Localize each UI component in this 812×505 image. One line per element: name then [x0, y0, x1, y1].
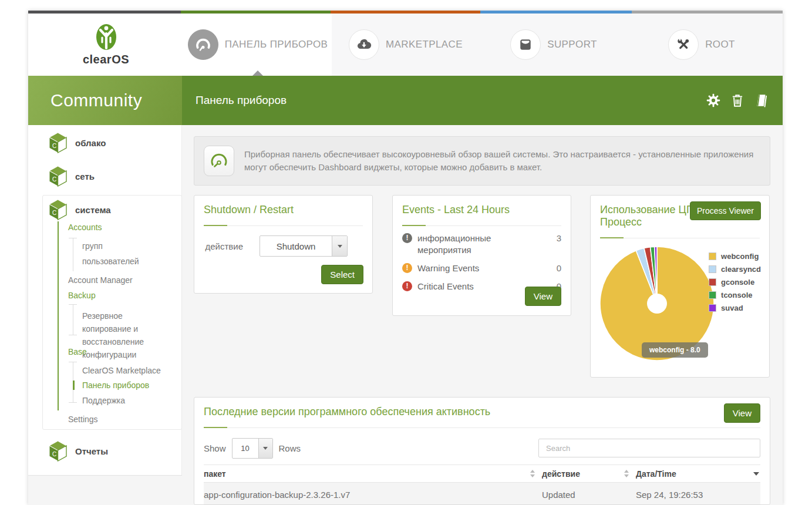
card-divider	[204, 225, 363, 226]
clearos-logo[interactable]: clearOS	[28, 14, 184, 76]
sidebar-link-base[interactable]: Base	[68, 347, 87, 356]
sidebar-link-groups[interactable]: групп	[82, 241, 103, 251]
sidebar-item-label: система	[75, 205, 111, 215]
shutdown-restart-card: Shutdown / Restart действие Shutdown Sel…	[194, 195, 373, 294]
action-select-value: Shutdown	[260, 236, 332, 256]
critical-icon: !	[402, 281, 412, 291]
trash-icon[interactable]	[730, 93, 745, 108]
content-layout: C облако C сеть C	[28, 125, 783, 505]
chevron-down-icon	[258, 439, 272, 458]
legend-item: suvad	[709, 304, 761, 312]
sidebar-link-config-backup[interactable]: Резервное копирование и восстановление к…	[82, 309, 173, 361]
sort-icon[interactable]	[624, 470, 629, 477]
card-title: Shutdown / Restart	[204, 204, 363, 216]
cpu-usage-card: Использование ЦП Процесс Process Viewer …	[590, 195, 770, 378]
software-activity-card: Последние версии программного обеспечени…	[194, 397, 770, 505]
clearos-logo-icon	[88, 23, 124, 52]
table-row[interactable]: app-configuration-backup-2.3.26-1.v7 Upd…	[204, 483, 760, 505]
show-label: Show	[204, 443, 226, 453]
dashboard-info-banner: Приборная панель обеспечивает высокоуров…	[194, 136, 770, 186]
dashboard-icon	[188, 29, 218, 60]
legend-label: clearsyncd	[721, 265, 761, 274]
action-select[interactable]: Shutdown	[260, 235, 348, 257]
warning-icon: !	[402, 263, 412, 273]
top-navigation-bar: clearOS ПАНЕЛЬ ПРИБОРОВ MARKE	[28, 14, 783, 76]
events-view-button[interactable]: View	[525, 287, 561, 306]
edition-label: Community	[28, 76, 182, 125]
select-button[interactable]: Select	[321, 265, 363, 284]
column-header-package: пакет	[204, 469, 226, 479]
sidebar-link-users[interactable]: пользователей	[82, 257, 139, 266]
report-icon[interactable]	[754, 93, 769, 108]
tab-root[interactable]: ROOT	[628, 14, 776, 76]
tab-marketplace-label: MARKETPLACE	[386, 39, 463, 51]
cell-action: Updated	[542, 490, 636, 500]
sidebar-link-dashboard-active[interactable]: Панель приборов	[73, 381, 149, 390]
sidebar-link-settings[interactable]: Settings	[68, 415, 98, 424]
rows-label: Rows	[279, 443, 301, 453]
header-actions	[706, 93, 769, 108]
sidebar-item-reports[interactable]: C Отчеты	[48, 440, 108, 462]
sort-descending-icon[interactable]	[753, 472, 759, 476]
root-icon	[668, 29, 699, 60]
legend-label: suvad	[721, 304, 743, 312]
chevron-down-icon	[332, 236, 347, 256]
table-header-row: пакет действие Дата/Time	[204, 464, 760, 483]
svg-text:C: C	[52, 176, 56, 183]
tree-line	[73, 304, 73, 335]
search-input[interactable]	[538, 439, 760, 457]
svg-text:C: C	[52, 451, 56, 457]
event-label: Critical Events	[417, 281, 541, 292]
sidebar-link-account-manager[interactable]: Account Manager	[68, 275, 133, 285]
column-header-datetime: Дата/Time	[636, 469, 676, 479]
sidebar-link-accounts[interactable]: Accounts	[68, 223, 102, 232]
legend-label: tconsole	[721, 291, 752, 299]
legend-swatch	[709, 304, 716, 312]
tree-line-active-trail	[58, 221, 59, 410]
legend-item: clearsyncd	[709, 265, 761, 274]
legend-label: webconfig	[721, 252, 759, 261]
column-header-action: действие	[542, 469, 580, 479]
tab-root-label: ROOT	[705, 39, 735, 51]
page-size-select[interactable]: 10	[232, 438, 273, 459]
sidebar-link-support[interactable]: Поддержка	[82, 396, 125, 405]
sidebar-item-cloud[interactable]: C облако	[48, 132, 106, 153]
process-viewer-button[interactable]: Process Viewer	[690, 201, 761, 220]
sidebar-item-network[interactable]: C сеть	[48, 166, 95, 187]
card-divider	[402, 225, 561, 226]
action-field-label: действие	[204, 241, 260, 251]
app-cube-icon: C	[48, 166, 68, 187]
legend-item: gconsole	[709, 278, 761, 287]
tree-tick	[69, 335, 77, 335]
sort-icon[interactable]	[530, 470, 535, 477]
svg-text:C: C	[52, 210, 56, 216]
marketplace-icon	[349, 29, 379, 60]
sidebar-item-system[interactable]: C система	[48, 199, 111, 220]
legend-swatch	[709, 253, 716, 260]
page-title: Панель приборов	[196, 94, 287, 107]
active-tab-marker	[252, 70, 263, 76]
banner-text: Приборная панель обеспечивает высокоуров…	[244, 148, 760, 174]
pie-tooltip: webconfig - 8.0	[642, 342, 708, 358]
pie-donut-hole	[647, 294, 667, 314]
cell-package: app-configuration-backup-2.3.26-1.v7	[204, 490, 542, 500]
tab-dashboard-label: ПАНЕЛЬ ПРИБОРОВ	[225, 39, 328, 51]
tab-support[interactable]: SUPPORT	[480, 14, 628, 76]
sidebar-link-marketplace[interactable]: ClearOS Marketplace	[82, 366, 161, 375]
tab-marketplace[interactable]: MARKETPLACE	[332, 14, 480, 76]
pie-legend: webconfig clearsyncd gconsole tconsole	[709, 252, 761, 317]
tab-dashboard[interactable]: ПАНЕЛЬ ПРИБОРОВ	[184, 14, 332, 76]
sidebar: C облако C сеть C	[28, 125, 182, 505]
gear-icon[interactable]	[706, 93, 721, 108]
table-view-button[interactable]: View	[724, 403, 760, 423]
page-header-bar: Community Панель приборов	[28, 76, 783, 125]
legend-swatch	[709, 265, 716, 273]
action-form-row: действие Shutdown	[204, 235, 363, 257]
support-icon	[510, 29, 541, 60]
card-title: Events - Last 24 Hours	[402, 204, 561, 216]
table-controls: Show 10 Rows	[204, 437, 760, 459]
tab-support-label: SUPPORT	[547, 39, 597, 51]
legend-item: tconsole	[709, 291, 761, 299]
sidebar-link-backup[interactable]: Backup	[68, 291, 96, 300]
main-content: Приборная панель обеспечивает высокоуров…	[182, 125, 783, 505]
